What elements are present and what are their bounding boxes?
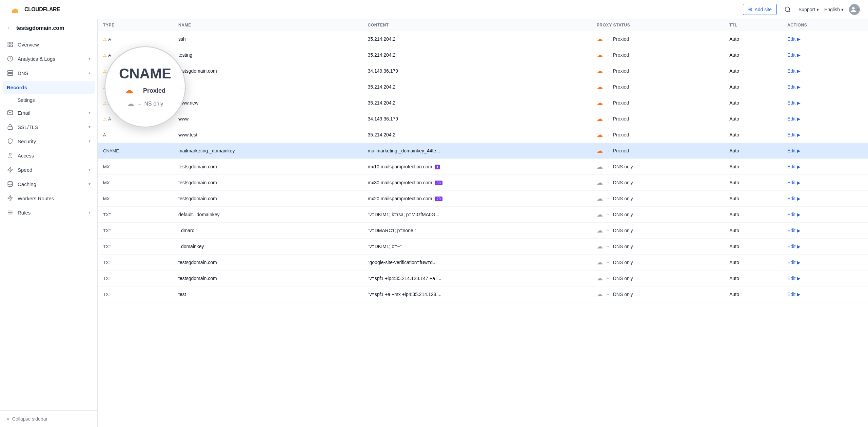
edit-button[interactable]: Edit ▶	[787, 148, 863, 153]
svg-rect-5	[11, 45, 13, 47]
edit-button[interactable]: Edit ▶	[787, 292, 863, 297]
cloud-dns-icon: ☁	[597, 275, 603, 282]
sidebar-item-label: Workers Routes	[18, 196, 54, 201]
edit-button[interactable]: Edit ▶	[787, 68, 863, 74]
sidebar-item-ssl-tls[interactable]: SSL/TLS ▾	[0, 120, 97, 134]
cell-proxy-status: ☁→Proxied	[591, 95, 724, 111]
cell-edit[interactable]: Edit ▶	[782, 95, 868, 111]
domain-name: testsgdomain.com	[16, 25, 64, 31]
edit-button[interactable]: Edit ▶	[787, 116, 863, 122]
sidebar-item-workers-routes[interactable]: Workers Routes	[0, 191, 97, 205]
col-content: Content	[362, 19, 591, 31]
sidebar-item-overview[interactable]: Overview	[0, 37, 97, 52]
cell-type: TXT	[98, 286, 173, 302]
chart-icon	[7, 55, 14, 62]
cell-edit[interactable]: Edit ▶	[782, 286, 868, 302]
cell-ttl: Auto	[724, 31, 782, 47]
dns-records-table: Type Name Content Proxy status TTL Actio…	[98, 19, 868, 302]
cloud-dns-icon: ☁	[597, 179, 603, 186]
sidebar-item-email[interactable]: Email ▾	[0, 106, 97, 120]
edit-button[interactable]: Edit ▶	[787, 244, 863, 249]
cell-edit[interactable]: Edit ▶	[782, 63, 868, 79]
language-selector[interactable]: English ▾	[824, 7, 844, 12]
cell-content: 35.214.204.2	[362, 79, 591, 95]
sidebar-item-security[interactable]: Security ▾	[0, 134, 97, 148]
add-site-button[interactable]: ⊕ Add site	[743, 4, 777, 15]
cell-edit[interactable]: Edit ▶	[782, 191, 868, 207]
cell-proxy-status: ☁→DNS only	[591, 223, 724, 239]
support-button[interactable]: Support ▾	[798, 7, 819, 12]
cell-ttl: Auto	[724, 239, 782, 255]
back-button[interactable]: ←	[7, 24, 13, 32]
edit-button[interactable]: Edit ▶	[787, 276, 863, 281]
search-icon[interactable]	[782, 4, 793, 15]
collapse-sidebar-button[interactable]: « Collapse sidebar	[0, 410, 97, 427]
edit-button[interactable]: Edit ▶	[787, 196, 863, 201]
chevron-down-icon: ▾	[88, 56, 91, 61]
sidebar-item-speed[interactable]: Speed ▾	[0, 163, 97, 177]
edit-button[interactable]: Edit ▶	[787, 180, 863, 185]
warning-icon: ⚠	[103, 37, 107, 42]
cell-edit[interactable]: Edit ▶	[782, 207, 868, 223]
table-row: ⚠Assh35.214.204.2☁→ProxiedAutoEdit ▶	[98, 31, 868, 47]
cell-content: mailmarketing._domainkey_44fe...	[362, 143, 591, 159]
collapse-icon: «	[7, 416, 9, 422]
edit-button[interactable]: Edit ▶	[787, 100, 863, 106]
workers-icon	[7, 195, 14, 202]
cell-edit[interactable]: Edit ▶	[782, 143, 868, 159]
cell-type: ⚠A	[98, 31, 173, 47]
sidebar-item-access[interactable]: Access	[0, 148, 97, 163]
priority-badge: 30	[435, 181, 442, 185]
sidebar-item-dns[interactable]: DNS ▴	[0, 66, 97, 80]
sidebar-subitem-records[interactable]: Records	[3, 81, 95, 94]
cell-ttl: Auto	[724, 95, 782, 111]
cell-ttl: Auto	[724, 47, 782, 63]
cell-edit[interactable]: Edit ▶	[782, 79, 868, 95]
svg-rect-11	[8, 127, 13, 129]
chevron-down-icon: ▾	[88, 125, 91, 129]
cell-content: mx10.mailspamprotection.com 1	[362, 159, 591, 175]
edit-button[interactable]: Edit ▶	[787, 164, 863, 169]
edit-button[interactable]: Edit ▶	[787, 228, 863, 233]
cell-content: 35.214.204.2	[362, 47, 591, 63]
edit-button[interactable]: Edit ▶	[787, 36, 863, 42]
cell-edit[interactable]: Edit ▶	[782, 255, 868, 271]
cell-edit[interactable]: Edit ▶	[782, 223, 868, 239]
warning-icon: ⚠	[103, 69, 107, 74]
cell-content: "v=DMARC1; p=none;"	[362, 223, 591, 239]
cell-edit[interactable]: Edit ▶	[782, 271, 868, 286]
cell-edit[interactable]: Edit ▶	[782, 175, 868, 191]
col-ttl: TTL	[724, 19, 782, 31]
table-row: ⚠Atesting35.214.204.2☁→ProxiedAutoEdit ▶	[98, 47, 868, 63]
cell-edit[interactable]: Edit ▶	[782, 31, 868, 47]
logo[interactable]: CLOUDFLARE	[8, 3, 60, 16]
cell-edit[interactable]: Edit ▶	[782, 127, 868, 143]
edit-button[interactable]: Edit ▶	[787, 212, 863, 217]
chevron-down-icon: ▾	[88, 139, 91, 144]
sidebar-item-analytics-logs[interactable]: Analytics & Logs ▾	[0, 52, 97, 66]
cell-proxy-status: ☁→Proxied	[591, 127, 724, 143]
edit-button[interactable]: Edit ▶	[787, 132, 863, 137]
user-avatar[interactable]: ▾	[849, 4, 860, 15]
cell-edit[interactable]: Edit ▶	[782, 159, 868, 175]
cell-type: TXT	[98, 207, 173, 223]
chevron-up-icon: ▴	[88, 71, 91, 75]
cell-content: mx30.mailspamprotection.com 30	[362, 175, 591, 191]
cell-type: ⚠A	[98, 95, 173, 111]
edit-button[interactable]: Edit ▶	[787, 260, 863, 265]
sidebar-item-rules[interactable]: Rules ▾	[0, 205, 97, 220]
sidebar-subitem-settings[interactable]: Settings	[0, 95, 97, 106]
sidebar-item-caching[interactable]: Caching ▾	[0, 177, 97, 191]
cell-proxy-status: ☁→DNS only	[591, 207, 724, 223]
cell-edit[interactable]: Edit ▶	[782, 111, 868, 127]
cell-edit[interactable]: Edit ▶	[782, 47, 868, 63]
cell-proxy-status: ☁→Proxied	[591, 63, 724, 79]
dns-only-label: DNS only	[613, 212, 633, 217]
edit-button[interactable]: Edit ▶	[787, 52, 863, 58]
arrow-icon: →	[606, 52, 610, 58]
cell-proxy-status: ☁→Proxied	[591, 31, 724, 47]
svg-rect-4	[8, 45, 9, 47]
cell-edit[interactable]: Edit ▶	[782, 239, 868, 255]
edit-button[interactable]: Edit ▶	[787, 84, 863, 90]
cell-name: testing	[173, 47, 362, 63]
